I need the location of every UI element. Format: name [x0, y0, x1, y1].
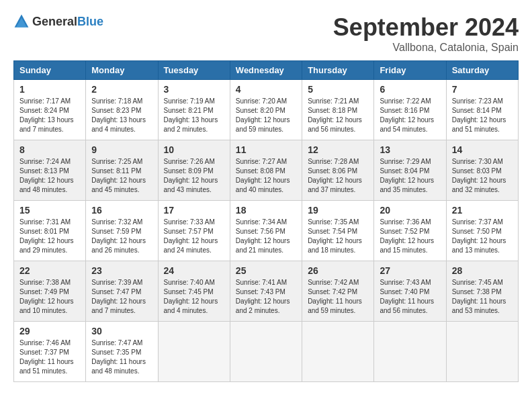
- day-content: Sunrise: 7:28 AMSunset: 8:06 PMDaylight:…: [308, 157, 368, 195]
- logo: GeneralBlue: [13, 13, 103, 30]
- day-content: Sunrise: 7:46 AMSunset: 7:37 PMDaylight:…: [19, 338, 80, 376]
- calendar-cell: 15Sunrise: 7:31 AMSunset: 8:01 PMDayligh…: [14, 201, 86, 261]
- day-content: Sunrise: 7:30 AMSunset: 8:03 PMDaylight:…: [452, 157, 513, 195]
- day-content: Sunrise: 7:17 AMSunset: 8:24 PMDaylight:…: [19, 97, 80, 134]
- day-number: 14: [452, 144, 513, 155]
- calendar-cell: 16Sunrise: 7:32 AMSunset: 7:59 PMDayligh…: [86, 201, 158, 261]
- calendar-cell: 4Sunrise: 7:20 AMSunset: 8:20 PMDaylight…: [230, 80, 302, 140]
- calendar-cell: 13Sunrise: 7:29 AMSunset: 8:04 PMDayligh…: [374, 140, 446, 201]
- calendar-cell: 27Sunrise: 7:43 AMSunset: 7:40 PMDayligh…: [374, 261, 446, 322]
- day-number: 23: [91, 265, 152, 276]
- calendar-cell: 9Sunrise: 7:25 AMSunset: 8:11 PMDaylight…: [86, 140, 158, 201]
- week-row-1: 1Sunrise: 7:17 AMSunset: 8:24 PMDaylight…: [14, 80, 519, 140]
- location-title: Vallbona, Catalonia, Spain: [333, 42, 519, 54]
- weekday-header-monday: Monday: [86, 61, 158, 80]
- day-content: Sunrise: 7:18 AMSunset: 8:23 PMDaylight:…: [91, 97, 152, 134]
- day-number: 19: [308, 205, 368, 216]
- day-number: 12: [308, 144, 368, 155]
- day-number: 21: [452, 205, 513, 216]
- day-content: Sunrise: 7:35 AMSunset: 7:54 PMDaylight:…: [308, 218, 368, 255]
- day-number: 6: [380, 84, 440, 95]
- day-number: 17: [164, 205, 224, 216]
- day-number: 24: [164, 265, 224, 276]
- calendar-cell: 26Sunrise: 7:42 AMSunset: 7:42 PMDayligh…: [302, 261, 374, 322]
- month-title: September 2024: [333, 13, 519, 42]
- day-content: Sunrise: 7:26 AMSunset: 8:09 PMDaylight:…: [164, 157, 224, 195]
- day-content: Sunrise: 7:27 AMSunset: 8:08 PMDaylight:…: [236, 157, 296, 195]
- day-number: 20: [380, 205, 440, 216]
- day-content: Sunrise: 7:40 AMSunset: 7:45 PMDaylight:…: [164, 278, 224, 316]
- calendar-cell: [230, 322, 302, 382]
- calendar-cell: 19Sunrise: 7:35 AMSunset: 7:54 PMDayligh…: [302, 201, 374, 261]
- weekday-header-friday: Friday: [374, 61, 446, 80]
- calendar-cell: [374, 322, 446, 382]
- weekday-header-thursday: Thursday: [302, 61, 374, 80]
- day-content: Sunrise: 7:41 AMSunset: 7:43 PMDaylight:…: [236, 278, 296, 316]
- day-number: 11: [236, 144, 296, 155]
- calendar-cell: 20Sunrise: 7:36 AMSunset: 7:52 PMDayligh…: [374, 201, 446, 261]
- calendar-cell: 21Sunrise: 7:37 AMSunset: 7:50 PMDayligh…: [446, 201, 518, 261]
- day-number: 15: [19, 205, 80, 216]
- day-content: Sunrise: 7:42 AMSunset: 7:42 PMDaylight:…: [308, 278, 368, 316]
- day-content: Sunrise: 7:39 AMSunset: 7:47 PMDaylight:…: [91, 278, 152, 316]
- calendar-cell: 17Sunrise: 7:33 AMSunset: 7:57 PMDayligh…: [158, 201, 230, 261]
- day-content: Sunrise: 7:33 AMSunset: 7:57 PMDaylight:…: [164, 218, 224, 255]
- calendar-cell: 1Sunrise: 7:17 AMSunset: 8:24 PMDaylight…: [14, 80, 86, 140]
- day-number: 8: [19, 144, 80, 155]
- day-number: 26: [308, 265, 368, 276]
- day-number: 9: [91, 144, 152, 155]
- day-number: 4: [236, 84, 296, 95]
- day-content: Sunrise: 7:20 AMSunset: 8:20 PMDaylight:…: [236, 97, 296, 134]
- day-content: Sunrise: 7:45 AMSunset: 7:38 PMDaylight:…: [452, 278, 513, 316]
- calendar-cell: 25Sunrise: 7:41 AMSunset: 7:43 PMDayligh…: [230, 261, 302, 322]
- day-number: 27: [380, 265, 440, 276]
- day-content: Sunrise: 7:23 AMSunset: 8:14 PMDaylight:…: [452, 97, 513, 134]
- day-number: 1: [19, 84, 80, 95]
- header: GeneralBlue September 2024 Vallbona, Cat…: [13, 13, 519, 54]
- day-number: 30: [91, 326, 152, 336]
- calendar-cell: 8Sunrise: 7:24 AMSunset: 8:13 PMDaylight…: [14, 140, 86, 201]
- day-content: Sunrise: 7:47 AMSunset: 7:35 PMDaylight:…: [91, 338, 152, 376]
- day-number: 28: [452, 265, 513, 276]
- calendar-cell: 6Sunrise: 7:22 AMSunset: 8:16 PMDaylight…: [374, 80, 446, 140]
- calendar-cell: 18Sunrise: 7:34 AMSunset: 7:56 PMDayligh…: [230, 201, 302, 261]
- day-number: 13: [380, 144, 440, 155]
- calendar-cell: 3Sunrise: 7:19 AMSunset: 8:21 PMDaylight…: [158, 80, 230, 140]
- calendar-cell: 28Sunrise: 7:45 AMSunset: 7:38 PMDayligh…: [446, 261, 518, 322]
- title-area: September 2024 Vallbona, Catalonia, Spai…: [333, 13, 519, 54]
- calendar-cell: 11Sunrise: 7:27 AMSunset: 8:08 PMDayligh…: [230, 140, 302, 201]
- calendar-cell: 5Sunrise: 7:21 AMSunset: 8:18 PMDaylight…: [302, 80, 374, 140]
- day-content: Sunrise: 7:36 AMSunset: 7:52 PMDaylight:…: [380, 218, 440, 255]
- day-number: 18: [236, 205, 296, 216]
- day-number: 3: [164, 84, 224, 95]
- day-number: 2: [91, 84, 152, 95]
- calendar-cell: 24Sunrise: 7:40 AMSunset: 7:45 PMDayligh…: [158, 261, 230, 322]
- day-number: 5: [308, 84, 368, 95]
- calendar-cell: 22Sunrise: 7:38 AMSunset: 7:49 PMDayligh…: [14, 261, 86, 322]
- day-content: Sunrise: 7:22 AMSunset: 8:16 PMDaylight:…: [380, 97, 440, 134]
- weekday-header-sunday: Sunday: [14, 61, 86, 80]
- week-row-5: 29Sunrise: 7:46 AMSunset: 7:37 PMDayligh…: [14, 322, 519, 382]
- week-row-2: 8Sunrise: 7:24 AMSunset: 8:13 PMDaylight…: [14, 140, 519, 201]
- day-content: Sunrise: 7:34 AMSunset: 7:56 PMDaylight:…: [236, 218, 296, 255]
- day-content: Sunrise: 7:38 AMSunset: 7:49 PMDaylight:…: [19, 278, 80, 316]
- day-number: 16: [91, 205, 152, 216]
- weekday-header-wednesday: Wednesday: [230, 61, 302, 80]
- day-number: 25: [236, 265, 296, 276]
- logo-icon: [13, 13, 30, 30]
- calendar-table: SundayMondayTuesdayWednesdayThursdayFrid…: [13, 60, 519, 382]
- day-number: 7: [452, 84, 513, 95]
- calendar-cell: 23Sunrise: 7:39 AMSunset: 7:47 PMDayligh…: [86, 261, 158, 322]
- calendar-cell: 2Sunrise: 7:18 AMSunset: 8:23 PMDaylight…: [86, 80, 158, 140]
- weekday-header-saturday: Saturday: [446, 61, 518, 80]
- calendar-cell: 14Sunrise: 7:30 AMSunset: 8:03 PMDayligh…: [446, 140, 518, 201]
- day-number: 10: [164, 144, 224, 155]
- calendar-cell: 29Sunrise: 7:46 AMSunset: 7:37 PMDayligh…: [14, 322, 86, 382]
- calendar-cell: 12Sunrise: 7:28 AMSunset: 8:06 PMDayligh…: [302, 140, 374, 201]
- calendar-cell: 7Sunrise: 7:23 AMSunset: 8:14 PMDaylight…: [446, 80, 518, 140]
- week-row-4: 22Sunrise: 7:38 AMSunset: 7:49 PMDayligh…: [14, 261, 519, 322]
- day-content: Sunrise: 7:37 AMSunset: 7:50 PMDaylight:…: [452, 218, 513, 255]
- weekday-header-row: SundayMondayTuesdayWednesdayThursdayFrid…: [14, 61, 519, 80]
- day-number: 29: [19, 326, 80, 336]
- calendar-cell: [158, 322, 230, 382]
